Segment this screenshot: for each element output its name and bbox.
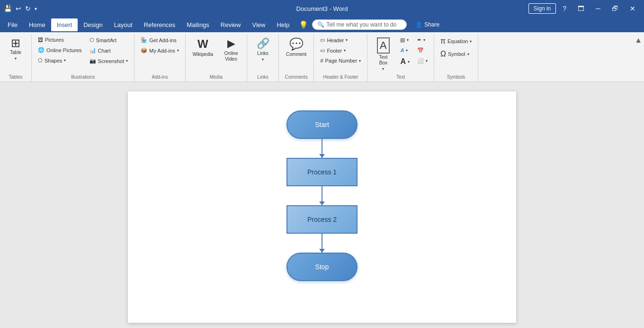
undo-icon[interactable]: ↩ xyxy=(16,5,21,12)
menu-review[interactable]: Review xyxy=(215,18,247,31)
save-icon[interactable]: 💾 xyxy=(4,5,12,12)
screenshot-button[interactable]: 📷 Screenshot ▾ xyxy=(86,56,132,66)
symbols-group-label: Symbols xyxy=(437,73,475,81)
title-bar: 💾 ↩ ↻ ▾ Document3 - Word Sign in ? 🗖 ─ 🗗… xyxy=(0,0,644,17)
comments-content: 💬 Comment xyxy=(282,35,311,73)
online-pictures-icon: 🌐 xyxy=(38,47,45,53)
illustrations-col2: ⬡ SmartArt 📊 Chart 📷 Screenshot ▾ xyxy=(86,35,132,66)
dropcap-button[interactable]: A ▾ xyxy=(397,55,413,68)
text-box-button[interactable]: A TextBox ▾ xyxy=(370,35,396,73)
links-label: Links xyxy=(257,51,268,56)
links-dropdown-icon: ▾ xyxy=(262,57,264,62)
links-group-label: Links xyxy=(250,73,276,81)
text-col2: ▤ ▾ A ▾ A ▾ xyxy=(397,35,413,68)
flowchart-arrow-1 xyxy=(322,139,322,158)
smartart-icon: ⬡ xyxy=(89,37,94,43)
header-icon: ▭ xyxy=(320,37,325,43)
addins-group-label: Add-ins xyxy=(137,73,182,81)
footer-dropdown-icon: ▾ xyxy=(344,48,346,53)
menu-bar: File Home Insert Design Layout Reference… xyxy=(0,17,644,32)
tables-content: ⊞ Table ▾ xyxy=(3,35,28,73)
get-addins-button[interactable]: 🏪 Get Add-ins xyxy=(137,35,182,45)
menu-references[interactable]: References xyxy=(138,18,181,31)
wikipedia-button[interactable]: W Wikipedia xyxy=(188,35,217,60)
online-pictures-button[interactable]: 🌐 Online Pictures xyxy=(35,45,85,55)
signature-icon: ✒ xyxy=(417,37,421,43)
tables-group-label: Tables xyxy=(3,73,28,81)
online-video-label: OnlineVideo xyxy=(224,51,238,62)
ribbon-display-icon[interactable]: 🗖 xyxy=(573,3,589,14)
page-number-dropdown-icon: ▾ xyxy=(359,59,361,63)
ribbon-collapse-button[interactable]: ▲ xyxy=(635,36,642,45)
table-dropdown-icon: ▾ xyxy=(15,56,17,61)
chart-button[interactable]: 📊 Chart xyxy=(86,46,132,55)
flowchart-process2-node[interactable]: Process 2 xyxy=(286,205,358,234)
menu-insert[interactable]: Insert xyxy=(51,18,78,31)
shapes-button[interactable]: ⬠ Shapes ▾ xyxy=(35,55,85,65)
document-page: Start Process 1 Process 2 Stop xyxy=(128,91,516,323)
menu-home[interactable]: Home xyxy=(23,18,51,31)
table-button[interactable]: ⊞ Table ▾ xyxy=(3,35,28,63)
screenshot-dropdown-icon: ▾ xyxy=(126,59,128,63)
header-dropdown-icon: ▾ xyxy=(346,38,348,42)
ribbon: ⊞ Table ▾ Tables 🖼 Pictures 🌐 Online Pic… xyxy=(0,32,644,82)
quick-access-toolbar: 💾 ↩ ↻ ▾ xyxy=(4,5,37,12)
page-number-button[interactable]: # Page Number ▾ xyxy=(317,56,364,65)
equation-icon: π xyxy=(440,37,446,46)
wordart-button[interactable]: A ▾ xyxy=(397,46,413,55)
flowchart-start-node[interactable]: Start xyxy=(286,110,358,139)
flowchart-process2-label: Process 2 xyxy=(307,216,337,223)
media-content: W Wikipedia ▶ OnlineVideo xyxy=(188,35,244,73)
flowchart-process1-node[interactable]: Process 1 xyxy=(286,158,358,186)
menu-layout[interactable]: Layout xyxy=(108,18,138,31)
menu-file[interactable]: File xyxy=(2,18,23,31)
document-area: Start Process 1 Process 2 Stop xyxy=(0,82,644,328)
ribbon-group-header-footer: ▭ Header ▾ ▭ Footer ▾ # Page Number ▾ He… xyxy=(314,34,367,82)
illustrations-col1: 🖼 Pictures 🌐 Online Pictures ⬠ Shapes ▾ xyxy=(35,35,85,65)
wordart-icon: A xyxy=(400,47,404,53)
signature-line-button[interactable]: ✒ ▾ xyxy=(414,35,431,45)
footer-button[interactable]: ▭ Footer ▾ xyxy=(317,46,364,55)
redo-icon[interactable]: ↻ xyxy=(25,5,31,12)
qat-dropdown-icon[interactable]: ▾ xyxy=(35,6,37,11)
links-button[interactable]: 🔗 Links ▾ xyxy=(250,35,276,64)
minimize-button[interactable]: ─ xyxy=(591,3,605,14)
tell-me-placeholder: Tell me what you want to do xyxy=(326,21,396,28)
close-button[interactable]: ✕ xyxy=(625,3,640,14)
symbol-button[interactable]: Ω Symbol ▾ xyxy=(437,48,475,60)
help-icon[interactable]: ? xyxy=(558,3,571,14)
screenshot-icon: 📷 xyxy=(89,58,96,64)
share-icon: 👤 xyxy=(415,21,422,28)
date-time-button[interactable]: 📅 xyxy=(414,46,431,55)
sign-in-button[interactable]: Sign in xyxy=(528,3,556,14)
comment-button[interactable]: 💬 Comment xyxy=(282,35,311,60)
addins-col1: 🏪 Get Add-ins 📦 My Add-ins ▾ xyxy=(137,35,182,55)
quick-parts-button[interactable]: ▤ ▾ xyxy=(397,35,413,45)
window-title: Document3 - Word xyxy=(296,5,348,12)
menu-design[interactable]: Design xyxy=(78,18,108,31)
table-icon: ⊞ xyxy=(11,37,20,49)
header-footer-col: ▭ Header ▾ ▭ Footer ▾ # Page Number ▾ xyxy=(317,35,364,65)
chart-icon: 📊 xyxy=(89,47,96,54)
object-dropdown-icon: ▾ xyxy=(426,59,428,63)
menu-view[interactable]: View xyxy=(246,18,271,31)
share-button[interactable]: 👤 Share xyxy=(411,19,444,30)
flowchart-stop-node[interactable]: Stop xyxy=(286,253,358,281)
object-button[interactable]: ⬜ ▾ xyxy=(414,56,431,66)
search-icon: 🔍 xyxy=(317,21,324,28)
online-video-button[interactable]: ▶ OnlineVideo xyxy=(218,35,244,64)
sig-dropdown-icon: ▾ xyxy=(423,38,425,42)
header-footer-content: ▭ Header ▾ ▭ Footer ▾ # Page Number ▾ xyxy=(317,35,364,73)
menu-mailings[interactable]: Mailings xyxy=(181,18,215,31)
pictures-button[interactable]: 🖼 Pictures xyxy=(35,35,85,45)
maximize-button[interactable]: 🗗 xyxy=(607,3,623,14)
header-button[interactable]: ▭ Header ▾ xyxy=(317,35,364,45)
wikipedia-icon: W xyxy=(197,37,208,51)
my-addins-button[interactable]: 📦 My Add-ins ▾ xyxy=(137,46,182,55)
equation-button[interactable]: π Equation ▾ xyxy=(437,35,475,47)
tell-me-box[interactable]: 🔍 Tell me what you want to do xyxy=(312,19,407,30)
quick-parts-icon: ▤ xyxy=(400,37,405,43)
smartart-button[interactable]: ⬡ SmartArt xyxy=(86,35,132,45)
page-number-icon: # xyxy=(320,58,323,64)
menu-help[interactable]: Help xyxy=(271,18,295,31)
